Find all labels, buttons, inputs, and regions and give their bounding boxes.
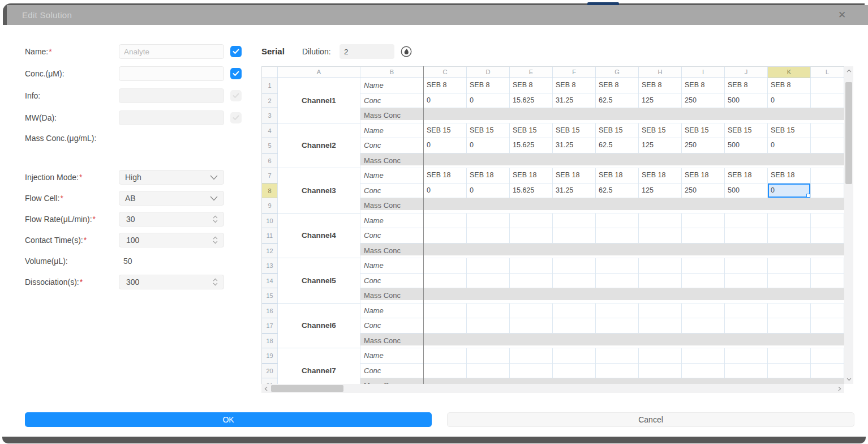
- column-header-D[interactable]: D: [467, 67, 510, 78]
- cell-G4[interactable]: SEB 15: [596, 123, 639, 139]
- cell-D9[interactable]: [467, 198, 510, 214]
- cell-C15[interactable]: [424, 288, 467, 304]
- channel-cell-Channel6[interactable]: [278, 304, 360, 319]
- cell-I5[interactable]: 250: [682, 138, 725, 153]
- cell-H6[interactable]: [639, 153, 682, 169]
- cell-D4[interactable]: SEB 15: [467, 123, 510, 139]
- cell-K19[interactable]: [768, 348, 811, 364]
- cell-G20[interactable]: [596, 364, 639, 379]
- cell-E5[interactable]: 15.625: [510, 138, 553, 153]
- cell-K8[interactable]: 0: [768, 183, 811, 199]
- cell-I8[interactable]: 250: [682, 183, 725, 199]
- cell-L12[interactable]: [811, 244, 844, 259]
- column-header-H[interactable]: H: [639, 67, 682, 78]
- cell-E4[interactable]: SEB 15: [510, 123, 553, 139]
- chevron-up-icon[interactable]: [213, 278, 218, 281]
- cell-I6[interactable]: [682, 153, 725, 169]
- cell-C6[interactable]: [424, 153, 467, 169]
- row-label-cell-mass-6[interactable]: Mass Conc: [360, 153, 424, 169]
- column-header-G[interactable]: G: [596, 67, 639, 78]
- row-header-5[interactable]: 5: [262, 138, 278, 153]
- row-label-cell-mass-3[interactable]: Mass Conc: [360, 108, 424, 123]
- cell-F10[interactable]: [553, 214, 596, 229]
- cell-C2[interactable]: 0: [424, 93, 467, 109]
- cell-F19[interactable]: [553, 348, 596, 364]
- cancel-button[interactable]: Cancel: [447, 412, 854, 427]
- cell-F1[interactable]: SEB 8: [553, 78, 596, 93]
- cell-F2[interactable]: 31.25: [553, 93, 596, 109]
- cell-I19[interactable]: [682, 348, 725, 364]
- row-label-cell-mass-15[interactable]: Mass Conc: [360, 288, 424, 304]
- cell-I2[interactable]: 250: [682, 93, 725, 109]
- cell-E19[interactable]: [510, 348, 553, 364]
- cell-K3[interactable]: [768, 108, 811, 123]
- cell-I10[interactable]: [682, 214, 725, 229]
- row-header-14[interactable]: 14: [262, 274, 278, 289]
- cell-E15[interactable]: [510, 288, 553, 304]
- row-label-cell-name-7[interactable]: Name: [360, 168, 424, 183]
- cell-H15[interactable]: [639, 288, 682, 304]
- cell-C11[interactable]: [424, 228, 467, 244]
- row-label-cell-conc-2[interactable]: Conc: [360, 93, 424, 109]
- row-header-4[interactable]: 4: [262, 123, 278, 139]
- cell-K6[interactable]: [768, 153, 811, 169]
- contact-time-input[interactable]: [125, 235, 195, 245]
- cell-J14[interactable]: [725, 274, 768, 289]
- cell-F6[interactable]: [553, 153, 596, 169]
- cell-D8[interactable]: 0: [467, 183, 510, 199]
- cell-J3[interactable]: [725, 108, 768, 123]
- row-header-9[interactable]: 9: [262, 198, 278, 214]
- row-header-6[interactable]: 6: [262, 153, 278, 169]
- flow-rate-input[interactable]: [125, 214, 195, 224]
- cell-H14[interactable]: [639, 274, 682, 289]
- cell-K4[interactable]: SEB 15: [768, 123, 811, 139]
- column-header-I[interactable]: I: [682, 67, 725, 78]
- cell-L5[interactable]: [811, 138, 844, 153]
- row-header-12[interactable]: 12: [262, 244, 278, 259]
- cell-I15[interactable]: [682, 288, 725, 304]
- cell-L21[interactable]: [811, 378, 844, 384]
- row-label-cell-conc-8[interactable]: Conc: [360, 183, 424, 199]
- cell-I12[interactable]: [682, 244, 725, 259]
- cell-C20[interactable]: [424, 364, 467, 379]
- cell-C16[interactable]: [424, 304, 467, 319]
- cell-H4[interactable]: SEB 15: [639, 123, 682, 139]
- cell-K5[interactable]: 0: [768, 138, 811, 153]
- cell-L2[interactable]: [811, 93, 844, 109]
- row-header-2[interactable]: 2: [262, 93, 278, 109]
- cell-K2[interactable]: 0: [768, 93, 811, 109]
- cell-C7[interactable]: SEB 18: [424, 168, 467, 183]
- cell-I4[interactable]: SEB 15: [682, 123, 725, 139]
- cell-D6[interactable]: [467, 153, 510, 169]
- row-label-cell-conc-14[interactable]: Conc: [360, 274, 424, 289]
- row-header-20[interactable]: 20: [262, 364, 278, 379]
- cell-L4[interactable]: [811, 123, 844, 139]
- name-input[interactable]: [119, 44, 224, 59]
- cell-K13[interactable]: [768, 258, 811, 274]
- cell-L9[interactable]: [811, 198, 844, 214]
- channel-cell-Channel4[interactable]: [278, 244, 360, 259]
- cell-L13[interactable]: [811, 258, 844, 274]
- cell-K11[interactable]: [768, 228, 811, 244]
- cell-F13[interactable]: [553, 258, 596, 274]
- vertical-scrollbar[interactable]: [844, 66, 853, 384]
- cell-F9[interactable]: [553, 198, 596, 214]
- cell-D17[interactable]: [467, 318, 510, 334]
- cell-J12[interactable]: [725, 244, 768, 259]
- cell-J9[interactable]: [725, 198, 768, 214]
- column-header-C[interactable]: C: [424, 67, 467, 78]
- cell-G13[interactable]: [596, 258, 639, 274]
- cell-F17[interactable]: [553, 318, 596, 334]
- cell-F14[interactable]: [553, 274, 596, 289]
- cell-H3[interactable]: [639, 108, 682, 123]
- cell-F4[interactable]: SEB 15: [553, 123, 596, 139]
- cell-G12[interactable]: [596, 244, 639, 259]
- channel-cell-Channel1[interactable]: [278, 108, 360, 123]
- cell-D12[interactable]: [467, 244, 510, 259]
- row-header-8[interactable]: 8: [262, 183, 278, 199]
- scroll-left-icon[interactable]: [261, 384, 270, 393]
- row-label-cell-conc-11[interactable]: Conc: [360, 228, 424, 244]
- cell-C8[interactable]: 0: [424, 183, 467, 199]
- row-label-cell-conc-20[interactable]: Conc: [360, 364, 424, 379]
- cell-K14[interactable]: [768, 274, 811, 289]
